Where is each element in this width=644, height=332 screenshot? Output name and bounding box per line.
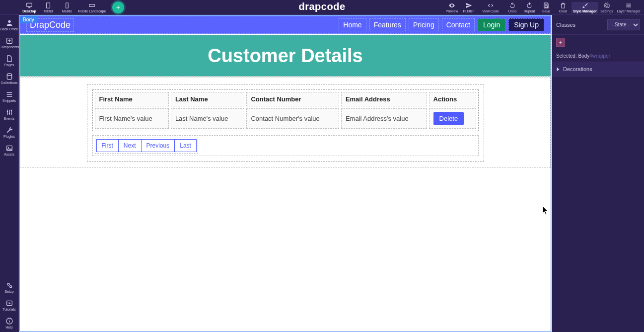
info-icon bbox=[5, 317, 13, 325]
nav-login-button[interactable]: Login bbox=[478, 18, 505, 31]
tool-style-manager[interactable]: Style Manager bbox=[572, 2, 598, 13]
sidebar-pages[interactable]: Pages bbox=[0, 52, 19, 70]
td-actions[interactable]: Delete bbox=[429, 108, 476, 129]
th-contact[interactable]: Contact Number bbox=[246, 92, 339, 106]
style-manager-panel: Classes - State - Selected: Body#wrapper… bbox=[552, 15, 644, 332]
svg-point-7 bbox=[6, 111, 8, 112]
data-table[interactable]: First Name Last Name Contact Number Emai… bbox=[92, 89, 479, 131]
device-mobile-landscape[interactable]: Mobile Landscape bbox=[76, 2, 107, 13]
add-button[interactable] bbox=[112, 1, 124, 13]
undo-icon bbox=[509, 2, 516, 9]
tool-repeat[interactable]: Repeat bbox=[521, 2, 538, 13]
mobile-land-icon bbox=[88, 2, 95, 9]
svg-rect-1 bbox=[47, 2, 50, 8]
table-section[interactable]: First Name Last Name Contact Number Emai… bbox=[20, 78, 551, 168]
tool-view-code[interactable]: View Code bbox=[477, 2, 504, 13]
sidebar-snippets[interactable]: Snippets bbox=[0, 87, 19, 105]
sidebar-setup[interactable]: Setup bbox=[2, 278, 16, 296]
svg-rect-3 bbox=[89, 4, 95, 6]
file-icon bbox=[5, 55, 13, 63]
sidebar-collections[interactable]: Collections bbox=[0, 70, 19, 87]
pagination-container[interactable]: First Next Previous Last bbox=[92, 135, 479, 156]
sidebar-back-office[interactable]: Back Office bbox=[0, 16, 19, 34]
nav-link-pricing[interactable]: Pricing bbox=[409, 18, 439, 31]
sidebar-help[interactable]: Help bbox=[2, 314, 16, 332]
save-icon bbox=[543, 2, 550, 9]
svg-point-9 bbox=[10, 110, 12, 111]
nav-signup-button[interactable]: Sign Up bbox=[508, 18, 544, 31]
th-firstname[interactable]: First Name bbox=[95, 92, 169, 106]
device-desktop[interactable]: Desktop bbox=[20, 2, 39, 13]
decorations-group[interactable]: Decorations bbox=[552, 62, 644, 77]
tool-preview[interactable]: Preview bbox=[443, 2, 460, 13]
th-actions[interactable]: Actions bbox=[429, 92, 476, 106]
svg-point-12 bbox=[7, 283, 9, 285]
trash-icon bbox=[560, 2, 567, 9]
pag-next[interactable]: Next bbox=[118, 139, 142, 152]
sidebar-tutorials[interactable]: Tutorials bbox=[2, 296, 16, 314]
tablet-icon bbox=[45, 2, 52, 9]
add-class-button[interactable] bbox=[556, 38, 565, 47]
db-icon bbox=[5, 73, 13, 81]
lines-icon bbox=[5, 90, 13, 98]
sidebar-components[interactable]: Components bbox=[0, 34, 19, 52]
user-icon bbox=[5, 19, 13, 27]
tool-settings[interactable]: Settings bbox=[598, 2, 615, 13]
th-lastname[interactable]: Last Name bbox=[171, 92, 245, 106]
hero-section[interactable]: Customer Details bbox=[20, 35, 551, 77]
nav-link-contact[interactable]: Contact bbox=[442, 18, 475, 31]
state-select[interactable]: - State - bbox=[607, 19, 640, 30]
top-toolbar: DesktopTabletMobileMobile Landscape drap… bbox=[0, 0, 644, 15]
layers-icon bbox=[625, 2, 632, 9]
mobile-icon bbox=[64, 2, 71, 9]
selected-element-info: Selected: Body#wrapper bbox=[552, 50, 644, 62]
nav-link-home[interactable]: Home bbox=[339, 18, 366, 31]
redo-icon bbox=[526, 2, 533, 9]
sidebar-events[interactable]: Events bbox=[0, 105, 19, 123]
td-contact[interactable]: Contact Number's value bbox=[246, 108, 339, 129]
hero-title[interactable]: Customer Details bbox=[208, 45, 363, 67]
chevron-right-icon bbox=[557, 67, 560, 71]
send-icon bbox=[465, 2, 472, 9]
body-tag-label[interactable]: Body bbox=[20, 16, 37, 23]
play-icon bbox=[5, 299, 13, 307]
th-email[interactable]: Email Address bbox=[341, 92, 427, 106]
device-tablet[interactable]: Tablet bbox=[39, 2, 58, 13]
table-row[interactable]: First Name's value Last Name's value Con… bbox=[95, 108, 476, 129]
svg-point-6 bbox=[7, 74, 11, 76]
editor-canvas[interactable]: Body DrapCode Home Features Pricing Cont… bbox=[19, 15, 552, 332]
page-navbar[interactable]: DrapCode Home Features Pricing Contact L… bbox=[20, 16, 551, 34]
svg-point-11 bbox=[8, 147, 9, 148]
svg-rect-0 bbox=[27, 3, 32, 6]
pag-previous[interactable]: Previous bbox=[141, 139, 175, 152]
td-lastname[interactable]: Last Name's value bbox=[171, 108, 245, 129]
monitor-icon bbox=[26, 2, 33, 9]
table-container[interactable]: First Name Last Name Contact Number Emai… bbox=[87, 84, 484, 162]
tool-clear[interactable]: Clear bbox=[555, 2, 572, 13]
tool-undo[interactable]: Undo bbox=[504, 2, 521, 13]
tool-save[interactable]: Save bbox=[538, 2, 555, 13]
left-sidebar: Back OfficeComponentsPagesCollectionsSni… bbox=[0, 15, 19, 332]
pag-first[interactable]: First bbox=[96, 139, 119, 152]
device-mobile[interactable]: Mobile bbox=[58, 2, 76, 13]
svg-point-8 bbox=[8, 113, 10, 114]
tool-layer-manager[interactable]: Layer Manager bbox=[615, 2, 642, 13]
brush-icon bbox=[581, 2, 588, 9]
app-brand: drapcode bbox=[298, 1, 345, 12]
classes-label: Classes bbox=[556, 22, 604, 28]
image-icon bbox=[5, 144, 13, 152]
sidebar-plugins[interactable]: Plugins bbox=[0, 123, 19, 141]
plus-box-icon bbox=[5, 37, 13, 45]
svg-point-13 bbox=[9, 286, 11, 288]
td-email[interactable]: Email Address's value bbox=[341, 108, 427, 129]
svg-point-4 bbox=[8, 20, 10, 23]
td-firstname[interactable]: First Name's value bbox=[95, 108, 169, 129]
nav-link-features[interactable]: Features bbox=[369, 18, 406, 31]
delete-button[interactable]: Delete bbox=[433, 112, 464, 125]
code-icon bbox=[487, 2, 494, 9]
tool-publish[interactable]: Publish bbox=[460, 2, 477, 13]
gear-icon bbox=[603, 2, 610, 9]
mouse-cursor-icon bbox=[542, 206, 549, 218]
sidebar-assets[interactable]: Assets bbox=[0, 141, 19, 159]
pag-last[interactable]: Last bbox=[174, 139, 197, 152]
